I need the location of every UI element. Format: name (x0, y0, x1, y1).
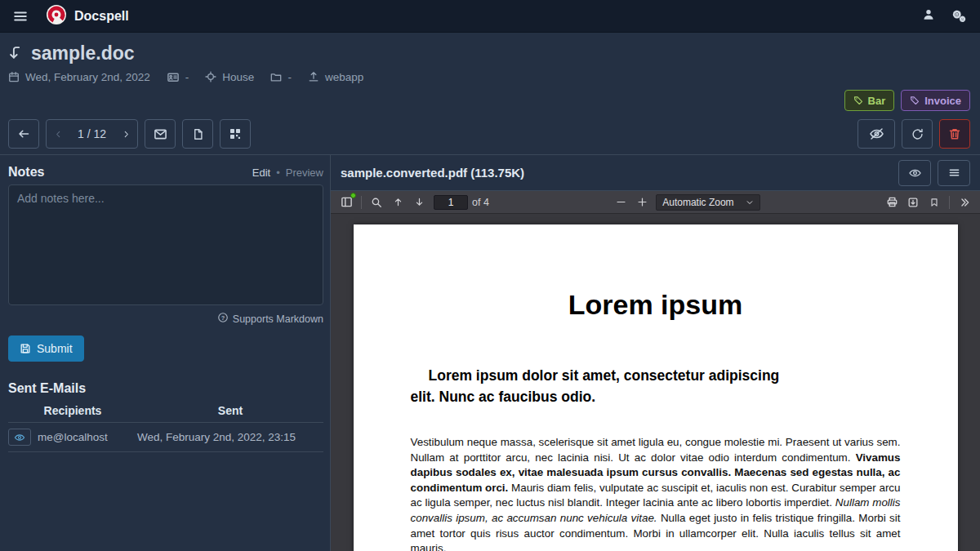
col-header-sent: Sent (137, 399, 323, 423)
toolbar-divider (949, 196, 950, 209)
bookmark-icon[interactable] (924, 193, 945, 211)
file-menu-button[interactable] (938, 160, 970, 186)
mail-recipient: me@localhost (38, 431, 108, 443)
pdf-toolbar: of 4 Automatic Zoom (331, 191, 980, 214)
pdf-page: Lorem ipsum Lorem ipsum dolor sit amet, … (354, 224, 958, 551)
previous-page-arrow-icon[interactable] (387, 193, 408, 211)
lead-line-2: elit. Nunc ac faucibus odio. (411, 389, 596, 405)
main-content: Notes Edit • Preview ? Supports Markdown (0, 155, 980, 551)
dot-separator: • (276, 167, 280, 179)
folder-value: - (287, 71, 292, 83)
notification-dot (350, 193, 356, 198)
notes-panel: Notes Edit • Preview ? Supports Markdown (0, 155, 330, 551)
col-header-recipients: Recipients (8, 399, 137, 423)
next-page-arrow-icon[interactable] (408, 193, 430, 211)
sent-email-row: me@localhost Wed, February 2nd, 2022, 23… (8, 423, 323, 452)
page-number-input[interactable] (434, 195, 468, 210)
document-title: Lorem ipsum (411, 288, 901, 321)
tag-icon (853, 96, 863, 105)
docspell-logo (46, 4, 67, 29)
search-icon[interactable] (366, 193, 387, 211)
qr-grid-button[interactable] (220, 119, 251, 149)
top-navbar: Docspell (0, 0, 980, 33)
preview-eye-button[interactable] (898, 160, 931, 186)
item-date: Wed, February 2nd, 2022 (25, 71, 150, 83)
back-button[interactable] (8, 119, 39, 149)
viewer-header: sample.converted.pdf (113.75K) (331, 155, 980, 191)
tag-icon (910, 96, 920, 105)
submit-notes-button[interactable]: Submit (8, 335, 84, 362)
zoom-in-icon[interactable] (631, 193, 653, 211)
correspondent-value: - (185, 71, 189, 83)
svg-text:?: ? (221, 314, 225, 322)
document-body: Vestibulum neque massa, scelerisque sit … (411, 435, 901, 551)
page-count-label: of 4 (472, 197, 489, 208)
zoom-label: Automatic Zoom (662, 197, 733, 208)
item-icon (8, 45, 24, 61)
print-icon[interactable] (881, 193, 902, 211)
question-circle-icon: ? (217, 312, 229, 326)
item-header: sample.doc Wed, February 2nd, 2022 - Hou… (0, 33, 980, 155)
settings-gears-icon[interactable] (951, 9, 967, 23)
source-upload-icon (308, 71, 319, 82)
prev-item-button[interactable] (47, 120, 69, 148)
add-file-button[interactable] (182, 119, 213, 149)
correspondent-icon (167, 71, 180, 83)
download-icon[interactable] (902, 193, 924, 211)
markdown-hint-link[interactable]: ? Supports Markdown (8, 312, 323, 326)
unconfirm-eye-slash-button[interactable] (858, 119, 895, 149)
folder-icon (270, 71, 282, 82)
delete-trash-button[interactable] (939, 119, 970, 149)
viewer-filename: sample.converted.pdf (113.75K) (341, 166, 524, 180)
docspell-app: Docspell sample.doc Wed, February 2nd, 2… (0, 0, 980, 551)
tag-label: Invoice (924, 95, 961, 107)
tag-label: Bar (868, 95, 886, 107)
sent-emails-heading: Sent E-Mails (8, 381, 323, 396)
submit-label: Submit (37, 342, 73, 355)
concerning-link[interactable]: House (222, 71, 254, 83)
toolbar-divider (361, 196, 362, 209)
send-mail-button[interactable] (145, 119, 176, 149)
notes-heading: Notes (8, 165, 44, 180)
user-icon[interactable] (922, 8, 935, 24)
brand-name: Docspell (74, 9, 129, 24)
tag-invoice[interactable]: Invoice (901, 90, 970, 111)
save-icon (20, 343, 31, 354)
next-item-button[interactable] (114, 120, 137, 148)
source-link[interactable]: webapp (325, 71, 363, 83)
tools-double-chevron-icon[interactable] (954, 193, 975, 211)
concerning-icon (205, 71, 216, 82)
pdf-viewport[interactable]: Lorem ipsum Lorem ipsum dolor sit amet, … (331, 214, 980, 551)
item-toolbar: 1 / 12 (8, 119, 972, 149)
sent-emails-table: Recipients Sent me@localhost (8, 399, 323, 452)
hamburger-menu-icon[interactable] (13, 9, 28, 24)
pager-label: 1 / 12 (69, 127, 114, 140)
notes-textarea[interactable] (8, 184, 323, 305)
view-mail-button[interactable] (8, 429, 31, 446)
calendar-icon (8, 71, 20, 82)
markdown-hint-label: Supports Markdown (233, 313, 323, 325)
viewer-panel: sample.converted.pdf (113.75K) (330, 155, 980, 551)
notes-preview-link[interactable]: Preview (286, 167, 323, 179)
chevron-down-icon (746, 198, 754, 207)
reprocess-refresh-button[interactable] (902, 119, 933, 149)
tag-bar[interactable]: Bar (844, 90, 895, 111)
lead-line-1: Lorem ipsum dolor sit amet, consectetur … (411, 367, 780, 384)
page-title: sample.doc (31, 42, 135, 64)
body-text: Vestibulum neque massa, scelerisque sit … (411, 436, 901, 464)
mail-sent-date: Wed, February 2nd, 2022, 23:15 (137, 423, 323, 452)
zoom-select[interactable]: Automatic Zoom (656, 194, 760, 211)
zoom-out-icon[interactable] (610, 193, 631, 211)
document-lead: Lorem ipsum dolor sit amet, consectetur … (411, 365, 901, 407)
item-pager: 1 / 12 (46, 119, 138, 149)
brand[interactable]: Docspell (46, 4, 129, 29)
notes-edit-link[interactable]: Edit (252, 167, 270, 179)
tags-row: Bar Invoice (8, 90, 972, 111)
